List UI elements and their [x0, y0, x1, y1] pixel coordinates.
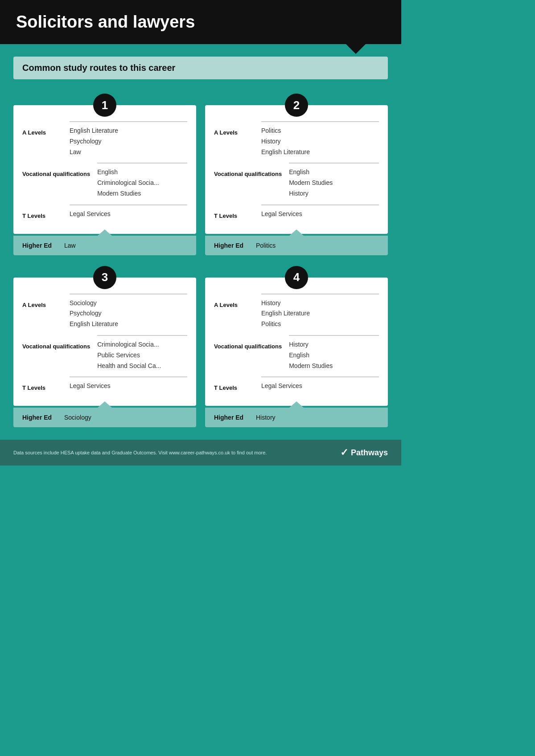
route-1-higher-ed-label: Higher Ed — [22, 242, 58, 249]
footer: Data sources include HESA uptake data an… — [0, 440, 401, 466]
pathways-logo: ✓ Pathways — [340, 447, 388, 458]
route-3-a-levels-label: A Levels — [22, 294, 62, 330]
list-item: English Literature — [261, 308, 379, 319]
route-4-vocational-section: Vocational qualificationsHistoryEnglishM… — [214, 335, 379, 371]
page-title: Solicitors and lawyers — [16, 12, 385, 32]
route-4-a-levels-content: HistoryEnglish LiteraturePolitics — [261, 294, 379, 330]
route-4-t-levels-section: T LevelsLegal Services — [214, 376, 379, 392]
list-item: Politics — [261, 126, 379, 136]
subtitle-bar: Common study routes to this career — [13, 57, 388, 79]
route-3-card: A LevelsSociologyPsychologyEnglish Liter… — [13, 278, 196, 406]
route-3-wrapper: 3A LevelsSociologyPsychologyEnglish Lite… — [13, 278, 196, 428]
list-item: Modern Studies — [97, 188, 187, 199]
route-2-higher-ed-arrow — [289, 229, 304, 236]
route-2-higher-ed-label: Higher Ed — [214, 242, 250, 249]
route-3-higher-ed-label: Higher Ed — [22, 414, 58, 421]
pathways-icon: ✓ — [340, 447, 348, 458]
list-item: History — [289, 188, 379, 199]
route-4-higher-ed-arrow — [289, 401, 304, 408]
route-4-number: 4 — [285, 266, 308, 289]
route-2-vocational-label: Vocational qualifications — [214, 163, 282, 199]
route-4-higher-ed-label: Higher Ed — [214, 414, 250, 421]
list-item: English Literature — [261, 147, 379, 158]
header: Solicitors and lawyers — [0, 0, 401, 44]
list-item: English Literature — [70, 319, 187, 330]
route-1-wrapper: 1A LevelsEnglish LiteraturePsychologyLaw… — [13, 105, 196, 255]
route-3-a-levels-content: SociologyPsychologyEnglish Literature — [70, 294, 187, 330]
route-1-a-levels-label: A Levels — [22, 121, 62, 157]
list-item: Sociology — [70, 298, 187, 309]
route-1-t-levels-content: Legal Services — [70, 204, 187, 220]
route-2-t-levels-section: T LevelsLegal Services — [214, 204, 379, 220]
route-4-a-levels-label: A Levels — [214, 294, 254, 330]
route-2-card: A LevelsPoliticsHistoryEnglish Literatur… — [205, 105, 388, 234]
route-3-higher-ed-value: Sociology — [64, 414, 91, 421]
list-item: Legal Services — [70, 381, 187, 392]
route-4-higher-ed-value: History — [256, 414, 276, 421]
route-2-a-levels-label: A Levels — [214, 121, 254, 157]
list-item: Psychology — [70, 308, 187, 319]
subtitle-text: Common study routes to this career — [22, 63, 379, 73]
list-item: Public Services — [97, 350, 187, 361]
route-1-vocational-section: Vocational qualificationsEnglishCriminol… — [22, 163, 187, 199]
route-2-vocational-content: EnglishModern StudiesHistory — [289, 163, 379, 199]
list-item: Politics — [261, 319, 379, 330]
route-1-t-levels-label: T Levels — [22, 204, 62, 220]
list-item: History — [261, 298, 379, 309]
main-content: Common study routes to this career 1A Le… — [0, 44, 401, 440]
route-4-a-levels-section: A LevelsHistoryEnglish LiteraturePolitic… — [214, 294, 379, 330]
route-2-vocational-section: Vocational qualificationsEnglishModern S… — [214, 163, 379, 199]
route-4-card: A LevelsHistoryEnglish LiteraturePolitic… — [205, 278, 388, 406]
route-3-higher-ed-bar: Higher EdSociology — [13, 408, 196, 427]
route-3-a-levels-section: A LevelsSociologyPsychologyEnglish Liter… — [22, 294, 187, 330]
route-1-higher-ed-arrow — [98, 229, 112, 236]
route-4-t-levels-label: T Levels — [214, 376, 254, 392]
route-1-a-levels-section: A LevelsEnglish LiteraturePsychologyLaw — [22, 121, 187, 157]
route-3-t-levels-label: T Levels — [22, 376, 62, 392]
list-item: Modern Studies — [289, 178, 379, 188]
route-3-higher-ed-arrow — [98, 401, 112, 408]
route-1-higher-ed-value: Law — [64, 242, 76, 249]
route-2-number: 2 — [285, 94, 308, 117]
route-1-vocational-content: EnglishCriminological Socia...Modern Stu… — [97, 163, 187, 199]
route-2-a-levels-content: PoliticsHistoryEnglish Literature — [261, 121, 379, 157]
header-arrow — [346, 44, 366, 54]
route-3-t-levels-content: Legal Services — [70, 376, 187, 392]
list-item: English — [289, 167, 379, 178]
route-3-vocational-content: Criminological Socia...Public ServicesHe… — [97, 335, 187, 371]
list-item: Legal Services — [70, 209, 187, 220]
route-2-t-levels-content: Legal Services — [261, 204, 379, 220]
list-item: Legal Services — [261, 381, 379, 392]
route-3-vocational-section: Vocational qualificationsCriminological … — [22, 335, 187, 371]
list-item: Psychology — [70, 136, 187, 147]
routes-grid: 1A LevelsEnglish LiteraturePsychologyLaw… — [13, 92, 388, 427]
list-item: Law — [70, 147, 187, 158]
list-item: English — [97, 167, 187, 178]
list-item: Criminological Socia... — [97, 339, 187, 350]
route-2-higher-ed-value: Politics — [256, 242, 276, 249]
route-3-number: 3 — [93, 266, 116, 289]
route-3-vocational-label: Vocational qualifications — [22, 335, 90, 371]
list-item: History — [261, 136, 379, 147]
list-item: Health and Social Ca... — [97, 361, 187, 372]
route-4-higher-ed-bar: Higher EdHistory — [205, 408, 388, 427]
list-item: English Literature — [70, 126, 187, 136]
route-1-higher-ed-bar: Higher EdLaw — [13, 236, 196, 255]
route-4-t-levels-content: Legal Services — [261, 376, 379, 392]
list-item: English — [289, 350, 379, 361]
route-1-a-levels-content: English LiteraturePsychologyLaw — [70, 121, 187, 157]
list-item: Legal Services — [261, 209, 379, 220]
footer-text: Data sources include HESA uptake data an… — [13, 450, 267, 455]
route-1-number: 1 — [93, 94, 116, 117]
route-4-vocational-content: HistoryEnglishModern Studies — [289, 335, 379, 371]
route-3-t-levels-section: T LevelsLegal Services — [22, 376, 187, 392]
list-item: Criminological Socia... — [97, 178, 187, 188]
route-2-a-levels-section: A LevelsPoliticsHistoryEnglish Literatur… — [214, 121, 379, 157]
route-1-card: A LevelsEnglish LiteraturePsychologyLawV… — [13, 105, 196, 234]
route-4-vocational-label: Vocational qualifications — [214, 335, 282, 371]
route-2-wrapper: 2A LevelsPoliticsHistoryEnglish Literatu… — [205, 105, 388, 255]
route-2-higher-ed-bar: Higher EdPolitics — [205, 236, 388, 255]
list-item: Modern Studies — [289, 361, 379, 372]
route-4-wrapper: 4A LevelsHistoryEnglish LiteraturePoliti… — [205, 278, 388, 428]
route-1-vocational-label: Vocational qualifications — [22, 163, 90, 199]
